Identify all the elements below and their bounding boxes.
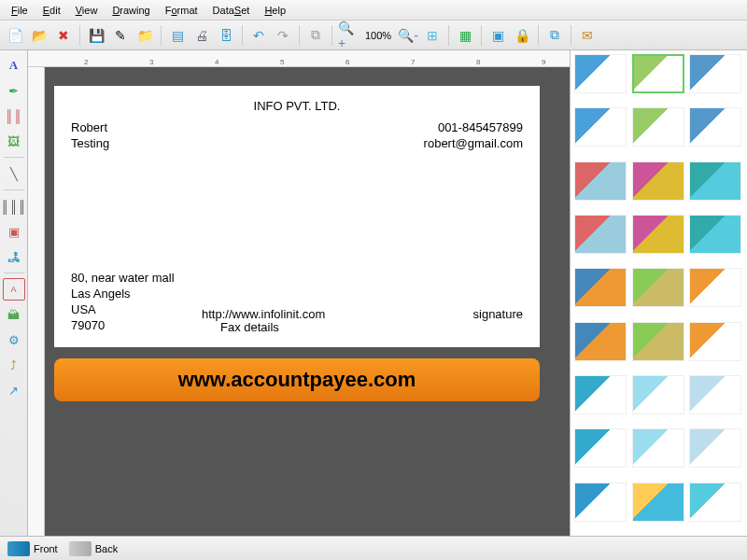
menu-view[interactable]: View bbox=[68, 3, 106, 18]
template-thumb[interactable] bbox=[689, 54, 741, 93]
template-thumb[interactable] bbox=[574, 375, 627, 414]
save-button[interactable]: 💾 bbox=[85, 24, 107, 47]
main-toolbar: 📄 📂 ✖ 💾 ✎ 📁 ▤ 🖨 🗄 ↶ ↷ ⧉ 🔍+ 100% 🔍- ⊞ ▦ ▣… bbox=[0, 21, 747, 50]
separator bbox=[161, 25, 162, 46]
library-tool[interactable]: ║║ bbox=[3, 105, 25, 127]
copy-button[interactable]: ⧉ bbox=[304, 24, 327, 47]
vertical-ruler bbox=[28, 67, 45, 536]
front-tab[interactable]: Front bbox=[7, 541, 58, 556]
shapes-tool[interactable]: ▣ bbox=[3, 220, 25, 243]
template-thumb[interactable] bbox=[689, 322, 741, 361]
template-thumb[interactable] bbox=[632, 215, 684, 254]
email-text: robert@gmail.com bbox=[424, 136, 523, 152]
template-thumb[interactable] bbox=[574, 54, 627, 93]
menu-drawing[interactable]: Drawing bbox=[105, 3, 157, 18]
template-thumb[interactable] bbox=[689, 268, 741, 307]
back-icon bbox=[69, 541, 92, 556]
redo-button[interactable]: ↷ bbox=[272, 24, 294, 47]
open-button[interactable]: 📂 bbox=[28, 24, 50, 47]
line-tool[interactable]: ╲ bbox=[3, 162, 25, 185]
mail-button[interactable]: ✉ bbox=[576, 24, 599, 47]
lock-button[interactable]: 🔒 bbox=[511, 24, 533, 47]
image-tool[interactable]: 🖼 bbox=[3, 130, 25, 152]
name-block[interactable]: Robert Testing bbox=[71, 120, 109, 152]
contact-block[interactable]: 001-845457899 robert@gmail.com bbox=[424, 120, 523, 152]
new-button[interactable]: 📄 bbox=[4, 24, 26, 47]
print-button[interactable]: 🖨 bbox=[190, 24, 213, 47]
connector-tool[interactable]: ⤴ bbox=[3, 354, 25, 376]
horizontal-ruler: 234 567 89 bbox=[28, 50, 570, 67]
template-thumb[interactable] bbox=[689, 375, 741, 414]
address-block[interactable]: 80, near water mall Las Angels USA 79070 bbox=[71, 271, 523, 334]
template-thumb[interactable] bbox=[574, 161, 627, 201]
tool-sidebar: A ✒ ║║ 🖼 ╲ ║║║ ▣ 🏞 A 🏔 ⚙ ⤴ ↗ bbox=[0, 50, 28, 536]
name-line1: Robert bbox=[71, 120, 109, 136]
separator bbox=[448, 25, 449, 46]
menu-dataset[interactable]: DataSet bbox=[205, 3, 258, 18]
template-thumb[interactable] bbox=[689, 107, 741, 147]
template-thumb[interactable] bbox=[574, 483, 627, 522]
addr-line2: Las Angels bbox=[71, 287, 523, 302]
template-panel[interactable] bbox=[570, 50, 747, 536]
separator bbox=[79, 25, 80, 46]
template-thumb[interactable] bbox=[632, 268, 684, 307]
front-icon bbox=[7, 541, 30, 556]
template-thumb[interactable] bbox=[689, 215, 741, 254]
canvas-wrap: INFO PVT. LTD. Robert Testing 001-845457… bbox=[28, 67, 570, 536]
open2-button[interactable]: 📁 bbox=[134, 24, 156, 47]
template-thumb[interactable] bbox=[632, 375, 684, 414]
template-thumb[interactable] bbox=[574, 215, 627, 254]
textbox-tool[interactable]: A bbox=[3, 278, 25, 301]
gear-tool[interactable]: ⚙ bbox=[3, 329, 25, 351]
pen-tool[interactable]: ✒ bbox=[3, 79, 25, 102]
menu-help[interactable]: Help bbox=[257, 3, 293, 18]
template-thumb[interactable] bbox=[689, 161, 741, 201]
separator bbox=[481, 25, 482, 46]
zoom-level[interactable]: 100% bbox=[361, 30, 395, 41]
template-thumb[interactable] bbox=[632, 428, 684, 468]
canvas[interactable]: INFO PVT. LTD. Robert Testing 001-845457… bbox=[45, 67, 570, 536]
picture-tool[interactable]: 🏞 bbox=[3, 245, 25, 268]
edit-button[interactable]: ✎ bbox=[109, 24, 132, 47]
excel-button[interactable]: ▦ bbox=[454, 24, 476, 47]
template-thumb[interactable] bbox=[632, 483, 684, 522]
delete-button[interactable]: ✖ bbox=[52, 24, 75, 47]
layer-button[interactable]: ▣ bbox=[486, 24, 509, 47]
template-thumb[interactable] bbox=[574, 268, 627, 307]
fax-text[interactable]: Fax details bbox=[220, 320, 279, 334]
undo-button[interactable]: ↶ bbox=[247, 24, 270, 47]
barcode-tool[interactable]: ║║║ bbox=[3, 195, 25, 217]
workspace: 234 567 89 INFO PVT. LTD. Robert Testing… bbox=[28, 50, 570, 536]
url-banner[interactable]: www.accountpayee.com bbox=[54, 358, 540, 401]
text-tool[interactable]: A bbox=[3, 54, 25, 77]
form-button[interactable]: ▤ bbox=[166, 24, 189, 47]
separator bbox=[242, 25, 243, 46]
menu-file[interactable]: FFileile bbox=[4, 3, 35, 18]
website-text[interactable]: http://www.infolinit.com bbox=[202, 307, 325, 321]
business-card[interactable]: INFO PVT. LTD. Robert Testing 001-845457… bbox=[54, 86, 540, 347]
menu-edit[interactable]: Edit bbox=[35, 3, 68, 18]
template-thumb[interactable] bbox=[574, 428, 627, 468]
company-text[interactable]: INFO PVT. LTD. bbox=[71, 99, 523, 113]
database-button[interactable]: 🗄 bbox=[215, 24, 237, 47]
template-thumb[interactable] bbox=[574, 322, 627, 361]
back-tab[interactable]: Back bbox=[69, 541, 118, 556]
zoom-in-button[interactable]: 🔍+ bbox=[337, 24, 359, 47]
grid-button[interactable]: ⊞ bbox=[421, 24, 444, 47]
separator bbox=[538, 25, 539, 46]
template-thumb[interactable] bbox=[689, 483, 741, 522]
template-thumb[interactable] bbox=[632, 107, 684, 147]
template-thumb[interactable] bbox=[632, 54, 684, 93]
template-thumb[interactable] bbox=[689, 428, 741, 468]
signature-text[interactable]: signature bbox=[473, 307, 523, 321]
template-thumb[interactable] bbox=[632, 322, 684, 361]
template-thumb[interactable] bbox=[574, 107, 627, 147]
menu-format[interactable]: Format bbox=[158, 3, 205, 18]
template-thumb[interactable] bbox=[632, 161, 684, 201]
landscape-tool[interactable]: 🏔 bbox=[3, 303, 25, 326]
window-button[interactable]: ⧉ bbox=[543, 24, 566, 47]
zoom-out-button[interactable]: 🔍- bbox=[397, 24, 419, 47]
separator bbox=[299, 25, 300, 46]
arrow-tool[interactable]: ↗ bbox=[3, 379, 25, 401]
separator bbox=[4, 189, 24, 190]
